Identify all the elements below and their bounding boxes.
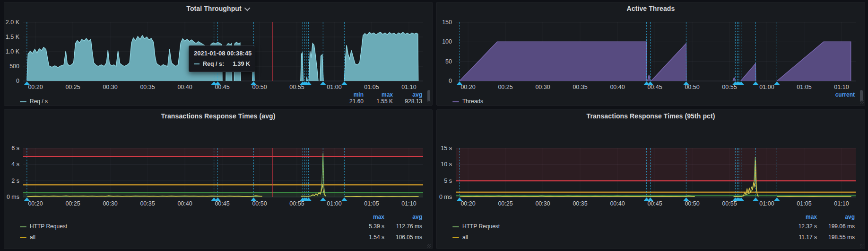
- svg-text:00:50: 00:50: [252, 200, 267, 207]
- svg-text:00:50: 00:50: [685, 84, 699, 90]
- svg-text:150: 150: [442, 19, 452, 26]
- chart-active-threads[interactable]: 05010015000:2000:2500:3000:3500:4000:450…: [437, 15, 865, 91]
- legend-series-row: all1.54 s106.05 ms: [20, 232, 422, 243]
- svg-text:01:00: 01:00: [327, 200, 341, 207]
- legend-stat-value: 11.17 s: [779, 232, 817, 243]
- svg-text:5 s: 5 s: [444, 178, 452, 184]
- legend-series-row: Threads: [452, 98, 855, 105]
- svg-text:01:05: 01:05: [797, 84, 811, 90]
- svg-text:0: 0: [16, 78, 19, 84]
- panel-header[interactable]: Active Threads: [437, 2, 865, 15]
- legend-scrollbar[interactable]: [427, 90, 430, 101]
- svg-text:00:20: 00:20: [460, 84, 475, 90]
- legend-stat-value: 12.32 s: [779, 221, 817, 232]
- svg-text:00:35: 00:35: [573, 200, 587, 207]
- legend-series-label[interactable]: HTTP Request: [452, 221, 779, 232]
- svg-text:00:40: 00:40: [610, 200, 625, 207]
- svg-text:00:55: 00:55: [722, 200, 737, 207]
- svg-text:00:55: 00:55: [289, 200, 304, 207]
- svg-text:1.0 K: 1.0 K: [6, 48, 20, 55]
- svg-text:00:25: 00:25: [498, 84, 512, 90]
- panel-header[interactable]: Transactions Response Times (95th pct): [437, 110, 865, 122]
- svg-text:00:30: 00:30: [103, 84, 117, 90]
- panel-title[interactable]: Total Throughput: [186, 5, 241, 12]
- svg-text:00:40: 00:40: [177, 200, 192, 207]
- svg-text:00:55: 00:55: [722, 84, 737, 90]
- legend-sort-current[interactable]: current: [825, 91, 855, 98]
- svg-text:01:05: 01:05: [364, 84, 379, 90]
- series-layer: [27, 153, 419, 197]
- panel-resize-handle[interactable]: [860, 100, 864, 104]
- legend-sort-avg[interactable]: avg: [393, 91, 422, 98]
- legend-series-row: HTTP Request5.39 s112.76 ms: [20, 221, 422, 232]
- legend-stat-value: 199.06 ms: [817, 221, 855, 232]
- panel-resize-handle[interactable]: [427, 244, 431, 248]
- svg-text:01:00: 01:00: [327, 84, 341, 90]
- legend-sort-max[interactable]: max: [364, 91, 393, 98]
- legend-series-label[interactable]: HTTP Request: [20, 221, 347, 232]
- legend-series-row: Req / s21.601.55 K928.13: [20, 98, 422, 105]
- legend-sort-max[interactable]: max: [779, 213, 817, 221]
- tooltip-value: 1.39 K: [233, 61, 250, 67]
- svg-text:10 s: 10 s: [441, 161, 452, 168]
- svg-text:01:05: 01:05: [364, 200, 379, 207]
- panel-resize-handle[interactable]: [860, 244, 864, 248]
- chart-response-times-avg[interactable]: 0 ms2 s4 s6 s00:2000:2500:3000:3500:4000…: [4, 122, 433, 210]
- legend-scrollbar[interactable]: [860, 90, 863, 101]
- legend-sort-min[interactable]: min: [334, 91, 364, 98]
- panel-title[interactable]: Transactions Response Times (95th pct): [587, 112, 715, 120]
- legend-stat-value: 1.54 s: [347, 232, 384, 243]
- svg-text:01:00: 01:00: [759, 200, 774, 207]
- tooltip-series-color-dash: [194, 63, 200, 64]
- panel-header[interactable]: Transactions Response Times (avg): [4, 110, 432, 122]
- svg-text:2.0 K: 2.0 K: [6, 19, 20, 26]
- legend-series-row: all11.17 s198.55 ms: [452, 232, 855, 243]
- legend-sort-avg[interactable]: avg: [817, 213, 855, 221]
- svg-text:01:05: 01:05: [797, 200, 811, 207]
- legend-response-times-avg: maxavgHTTP Request5.39 s112.76 msall1.54…: [4, 210, 432, 243]
- threshold-bands: [456, 148, 856, 197]
- series-color-dash: [20, 101, 26, 102]
- series-color-dash: [452, 226, 459, 227]
- svg-text:2 s: 2 s: [11, 178, 19, 184]
- legend-header-row: maxavg: [20, 213, 422, 221]
- svg-text:00:40: 00:40: [610, 84, 625, 90]
- legend-series-label[interactable]: Threads: [452, 98, 825, 105]
- legend-stat-value: 112.76 ms: [384, 221, 422, 232]
- svg-text:00:30: 00:30: [535, 200, 550, 207]
- svg-text:00:40: 00:40: [177, 84, 192, 90]
- svg-text:0 ms: 0 ms: [7, 194, 19, 200]
- legend-stat-value: 106.05 ms: [384, 232, 422, 243]
- legend-stat-value: 198.55 ms: [817, 232, 855, 243]
- legend-series-row: HTTP Request12.32 s199.06 ms: [452, 221, 855, 232]
- chart-response-times-95pct[interactable]: 0 ms5 s10 s15 s00:2000:2500:3000:3500:40…: [437, 122, 865, 210]
- panel-header[interactable]: Total Throughput: [4, 2, 432, 15]
- panel-title[interactable]: Transactions Response Times (avg): [161, 112, 276, 120]
- svg-text:00:20: 00:20: [28, 84, 43, 90]
- svg-text:00:45: 00:45: [215, 84, 229, 90]
- svg-text:4 s: 4 s: [11, 161, 19, 168]
- panel-resize-handle[interactable]: [427, 100, 431, 104]
- svg-text:6 s: 6 s: [11, 145, 19, 152]
- svg-text:00:35: 00:35: [573, 84, 587, 90]
- svg-text:00:45: 00:45: [215, 200, 229, 207]
- svg-text:01:10: 01:10: [401, 84, 416, 90]
- svg-text:00:20: 00:20: [28, 200, 43, 207]
- legend-sort-avg[interactable]: avg: [384, 213, 422, 221]
- panel-title[interactable]: Active Threads: [627, 5, 675, 12]
- legend-total-throughput: minmaxavgReq / s21.601.55 K928.13: [4, 91, 432, 105]
- series-color-dash: [452, 101, 459, 102]
- legend-series-label[interactable]: Req / s: [20, 98, 334, 105]
- legend-header-row: current: [452, 91, 855, 98]
- legend-stat-value: 21.60: [334, 98, 364, 105]
- legend-sort-max[interactable]: max: [347, 213, 384, 221]
- chart-tooltip: 2021-01-08 00:38:45 Req / s: 1.39 K: [189, 45, 255, 72]
- legend-series-label[interactable]: all: [20, 232, 347, 243]
- legend-header-row: minmaxavg: [20, 91, 422, 98]
- panel-menu-chevron-icon[interactable]: [244, 5, 250, 11]
- svg-text:100: 100: [442, 38, 452, 45]
- legend-series-label[interactable]: all: [452, 232, 779, 243]
- svg-text:15 s: 15 s: [441, 145, 452, 152]
- series-color-dash: [20, 237, 26, 238]
- svg-text:00:25: 00:25: [65, 84, 80, 90]
